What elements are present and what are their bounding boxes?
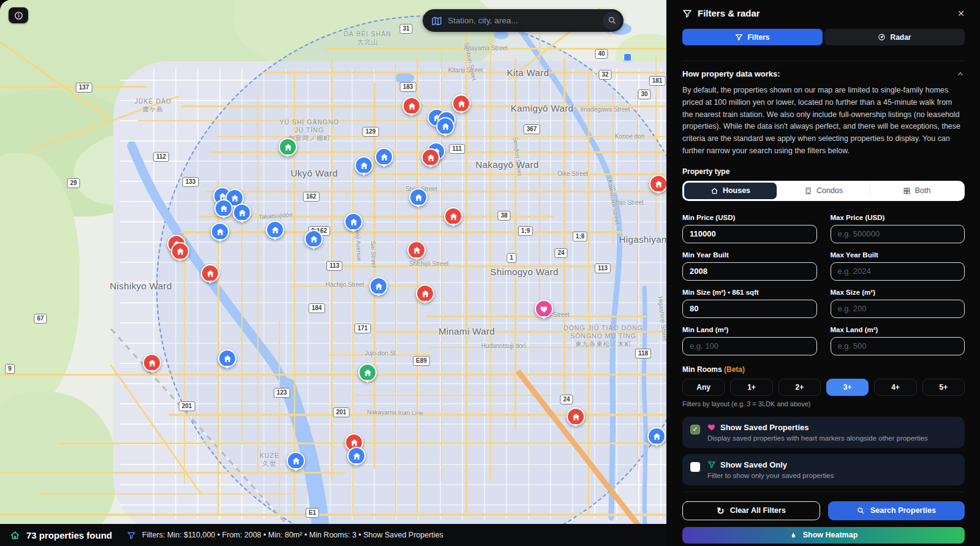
property-marker-red[interactable] bbox=[402, 97, 421, 115]
search-icon bbox=[608, 16, 617, 25]
min-rooms-option-2plus[interactable]: 2+ bbox=[778, 379, 821, 396]
area-label: JŪKÈ DÀO鷹ケ島 bbox=[135, 97, 172, 113]
max-year-input[interactable] bbox=[831, 262, 965, 281]
max-land-label: Max Land (m²) bbox=[831, 326, 965, 333]
property-marker-green[interactable] bbox=[279, 138, 297, 156]
show-saved-properties-checkbox[interactable]: ✓ bbox=[690, 425, 700, 434]
show-saved-only-checkbox[interactable] bbox=[690, 462, 700, 472]
house-icon bbox=[710, 187, 718, 195]
route-shield: 129 bbox=[363, 127, 379, 137]
min-rooms-option-5plus[interactable]: 5+ bbox=[922, 379, 965, 396]
property-marker-red[interactable] bbox=[407, 241, 426, 259]
min-rooms-option-any[interactable]: Any bbox=[682, 379, 725, 396]
property-marker-red[interactable] bbox=[421, 148, 440, 167]
min-year-input[interactable] bbox=[682, 262, 817, 281]
property-marker-red[interactable] bbox=[143, 354, 161, 372]
route-shield: 112 bbox=[153, 152, 169, 162]
clear-all-filters-button[interactable]: ↻ Clear All Filters bbox=[682, 501, 820, 520]
heart-icon bbox=[707, 423, 716, 431]
property-marker-red[interactable] bbox=[649, 175, 666, 193]
info-section-body: By default, the properties shown on our … bbox=[682, 85, 965, 157]
flame-icon bbox=[790, 531, 797, 539]
property-marker-blue[interactable] bbox=[304, 230, 323, 248]
ward-label: Nishikyo Ward bbox=[110, 281, 172, 291]
property-type-both[interactable]: Both bbox=[870, 183, 963, 199]
close-icon[interactable]: ✕ bbox=[957, 9, 965, 18]
ward-label: Shimogyo Ward bbox=[490, 267, 558, 277]
property-marker-red[interactable] bbox=[444, 207, 462, 226]
property-marker-red[interactable] bbox=[171, 242, 189, 260]
route-shield: 123 bbox=[274, 388, 290, 398]
toggle-title: Show Saved Properties bbox=[720, 423, 809, 432]
property-marker-blue[interactable] bbox=[647, 427, 666, 446]
property-marker-blue[interactable] bbox=[287, 452, 305, 470]
rooms-hint: Filters by layout (e.g. 3 = 3LDK and abo… bbox=[682, 400, 965, 408]
map-search[interactable] bbox=[423, 9, 624, 32]
property-marker-blue[interactable] bbox=[369, 277, 388, 295]
app: 1373118312911136711229133162389;1621;91;… bbox=[0, 0, 980, 546]
map-info-button[interactable] bbox=[9, 7, 28, 23]
max-land-input[interactable] bbox=[831, 337, 965, 355]
toggle-subtitle: Display saved properties with heart mark… bbox=[707, 434, 928, 442]
min-rooms-option-3plus[interactable]: 3+ bbox=[826, 379, 869, 396]
street-label: Konoe dori bbox=[615, 133, 644, 140]
property-marker-blue[interactable] bbox=[436, 117, 454, 135]
route-shield: 67 bbox=[34, 314, 47, 324]
search-properties-button[interactable]: Search Properties bbox=[828, 501, 965, 520]
street-label: Hudanotsuji dori bbox=[481, 343, 526, 349]
property-marker-red[interactable] bbox=[416, 284, 434, 303]
route-shield: 32 bbox=[598, 70, 611, 80]
max-price-input[interactable] bbox=[831, 225, 965, 243]
route-shield: 24 bbox=[554, 248, 567, 258]
property-marker-blue[interactable] bbox=[355, 156, 373, 175]
route-shield: 183 bbox=[400, 82, 417, 92]
property-marker-green[interactable] bbox=[358, 363, 377, 382]
min-rooms-option-1plus[interactable]: 1+ bbox=[730, 379, 772, 396]
route-shield: 30 bbox=[638, 89, 650, 99]
property-marker-blue[interactable] bbox=[233, 203, 251, 222]
max-year-label: Max Year Built bbox=[831, 251, 965, 259]
info-section: How property data works: By default, the… bbox=[682, 61, 965, 157]
route-shield: 171 bbox=[355, 324, 371, 333]
property-marker-blue[interactable] bbox=[211, 222, 229, 241]
radar-icon bbox=[878, 33, 886, 41]
route-shield: 29 bbox=[67, 178, 80, 188]
saved-property-marker[interactable] bbox=[535, 300, 553, 318]
search-icon bbox=[857, 507, 865, 515]
min-price-input[interactable] bbox=[682, 225, 817, 243]
chevron-up-icon[interactable] bbox=[956, 70, 965, 78]
tab-filters[interactable]: Filters bbox=[682, 29, 823, 45]
max-price-label: Max Price (USD) bbox=[831, 214, 965, 221]
property-marker-red[interactable] bbox=[201, 264, 219, 282]
map-canvas[interactable]: 1373118312911136711229133162389;1621;91;… bbox=[0, 0, 666, 546]
area-label: DÀ BĚI SHĀN大北山 bbox=[344, 30, 391, 46]
property-marker-blue[interactable] bbox=[375, 148, 393, 166]
property-type-condos[interactable]: Condos bbox=[777, 183, 870, 199]
property-marker-blue[interactable] bbox=[347, 447, 366, 465]
search-input[interactable] bbox=[448, 16, 597, 25]
street-label: Jujo-don St. bbox=[364, 350, 397, 357]
min-rooms-option-4plus[interactable]: 4+ bbox=[874, 379, 916, 396]
property-type-houses[interactable]: Houses bbox=[684, 183, 777, 199]
show-heatmap-button[interactable]: Show Heatmap bbox=[682, 527, 965, 544]
search-button[interactable] bbox=[603, 12, 621, 30]
property-marker-blue[interactable] bbox=[266, 221, 284, 239]
toggle-title: Show Saved Only bbox=[720, 460, 787, 469]
property-marker-blue[interactable] bbox=[218, 349, 236, 368]
property-marker-blue[interactable] bbox=[409, 188, 428, 207]
tab-radar[interactable]: Radar bbox=[824, 29, 965, 45]
route-shield: 9 bbox=[5, 364, 15, 374]
show-saved-only-card[interactable]: Show Saved Only Filter to show only your… bbox=[682, 454, 965, 485]
property-marker-red[interactable] bbox=[567, 408, 585, 426]
route-shield: 162 bbox=[303, 192, 320, 202]
terrain-green-area bbox=[0, 392, 116, 546]
show-saved-properties-card[interactable]: ✓ Show Saved Properties Display saved pr… bbox=[682, 417, 965, 448]
property-marker-blue[interactable] bbox=[214, 199, 233, 218]
property-marker-blue[interactable] bbox=[344, 213, 363, 231]
info-section-title: How property data works: bbox=[682, 69, 956, 78]
min-size-input[interactable] bbox=[682, 300, 817, 318]
min-land-input[interactable] bbox=[682, 337, 817, 355]
toggle-subtitle: Filter to show only your saved propertie… bbox=[707, 472, 834, 479]
max-size-input[interactable] bbox=[831, 300, 965, 318]
property-marker-red[interactable] bbox=[452, 94, 470, 113]
